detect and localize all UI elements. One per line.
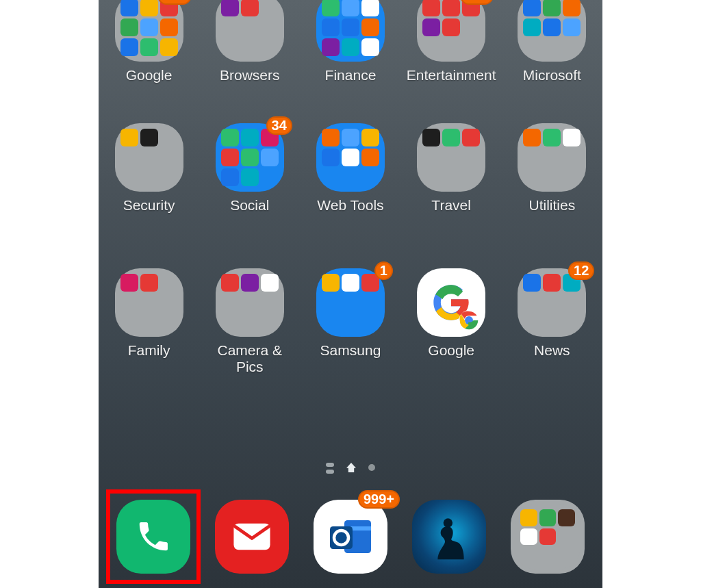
folder-social[interactable]: 34 Social	[202, 123, 298, 214]
mini-app-icon	[120, 294, 138, 311]
mini-app-icon	[520, 547, 537, 564]
mini-app-icon	[322, 129, 340, 146]
mini-app-icon	[140, 129, 158, 146]
mini-app-icon	[120, 168, 138, 186]
dock-reader[interactable]	[412, 500, 486, 574]
dock-slot-outlook: 999+	[303, 489, 398, 584]
folder-icon	[216, 0, 284, 62]
folder-news[interactable]: 12 News	[504, 268, 600, 375]
mini-app-icon	[563, 294, 581, 311]
folder-finance[interactable]: Finance	[303, 0, 398, 84]
folder-icon: 257	[417, 0, 485, 62]
mini-app-icon	[221, 149, 239, 166]
mini-app-icon	[342, 294, 359, 311]
dock-slot-folder	[500, 489, 595, 584]
mini-app-icon	[543, 18, 561, 36]
mini-app-icon	[342, 18, 359, 36]
folder-security[interactable]: Security	[101, 123, 197, 214]
folder-google[interactable]: 245 Google	[101, 0, 197, 84]
mini-app-icon	[361, 129, 379, 146]
mini-app-icon	[563, 129, 581, 146]
folder-icon: 12	[518, 268, 586, 337]
mini-app-icon	[261, 18, 279, 36]
mini-app-icon	[523, 294, 541, 311]
mini-app-icon	[422, 149, 440, 166]
folder-travel[interactable]: Travel	[403, 123, 499, 214]
mini-app-icon	[442, 38, 460, 56]
app-row-1: Security 34 Social Web Tools Travel Util…	[99, 123, 602, 214]
mini-app-icon	[543, 129, 561, 146]
folder-family[interactable]: Family	[101, 268, 197, 375]
folder-browsers[interactable]: Browsers	[202, 0, 298, 84]
google-app-icon	[417, 268, 485, 337]
mini-app-icon	[523, 18, 541, 36]
mini-app-icon	[160, 294, 178, 311]
mini-app-icon	[342, 149, 359, 166]
mini-app-icon	[160, 129, 178, 146]
folder-icon	[515, 504, 581, 570]
app-google[interactable]: Google	[403, 268, 499, 375]
mini-app-icon	[558, 509, 575, 526]
folder-webtools[interactable]: Web Tools	[303, 123, 398, 214]
mini-app-icon	[558, 528, 575, 546]
badge: 999+	[358, 490, 400, 509]
mini-app-icon	[160, 274, 178, 292]
mini-app-icon	[221, 18, 239, 36]
mini-app-icon	[120, 0, 138, 16]
folder-label: Browsers	[220, 67, 280, 84]
mini-app-icon	[241, 149, 259, 166]
mini-app-icon	[361, 149, 379, 166]
dock-mail[interactable]	[215, 500, 289, 574]
mini-app-icon	[442, 18, 460, 36]
folder-icon: 245	[115, 0, 183, 62]
mini-app-icon	[241, 0, 259, 16]
folder-label: Travel	[431, 197, 471, 214]
mini-app-icon	[221, 168, 239, 186]
mini-app-icon	[342, 0, 359, 16]
folder-label: Samsung	[320, 342, 381, 359]
page-indicator[interactable]	[99, 461, 602, 474]
mini-app-icon	[523, 274, 541, 292]
mini-app-icon	[140, 18, 158, 36]
folder-icon	[115, 123, 183, 192]
folder-icon	[115, 268, 183, 337]
mini-app-icon	[221, 0, 239, 16]
dock-phone[interactable]	[116, 500, 190, 574]
folder-utilities[interactable]: Utilities	[504, 123, 600, 214]
dock-slot-reader	[402, 489, 496, 584]
folder-icon	[518, 123, 586, 192]
dock-outlook[interactable]: 999+	[314, 500, 387, 574]
mini-app-icon	[221, 38, 239, 56]
home-indicator-icon	[346, 463, 356, 472]
outlook-icon	[326, 512, 375, 561]
folder-entertainment[interactable]: 257 Entertainment	[403, 0, 499, 84]
mini-app-icon	[221, 274, 239, 292]
mini-app-icon	[322, 294, 340, 311]
mini-app-icon	[241, 38, 259, 56]
mini-app-icon	[563, 38, 581, 56]
mini-app-icon	[523, 168, 541, 186]
app-grid: 245 Google Browsers Finance 257 Entertai…	[99, 0, 602, 376]
mini-app-icon	[261, 0, 279, 16]
folder-camera[interactable]: Camera & Pics	[202, 268, 298, 375]
mini-app-icon	[322, 0, 340, 16]
mini-app-icon	[342, 314, 359, 331]
mail-icon	[232, 522, 272, 552]
mini-app-icon	[140, 168, 158, 186]
mini-app-icon	[442, 149, 460, 166]
mini-app-icon	[422, 129, 440, 146]
folder-icon	[316, 123, 385, 192]
dock-folder[interactable]	[511, 500, 585, 574]
mini-app-icon	[120, 38, 138, 56]
folder-microsoft[interactable]: Microsoft	[504, 0, 600, 84]
mini-app-icon	[261, 149, 279, 166]
folder-label: Web Tools	[317, 197, 383, 214]
folder-samsung[interactable]: 1 Samsung	[303, 268, 398, 375]
mini-app-icon	[140, 274, 158, 292]
mini-app-icon	[241, 18, 259, 36]
app-drawer-screen: 245 Google Browsers Finance 257 Entertai…	[99, 0, 602, 588]
folder-icon	[216, 268, 284, 337]
mini-app-icon	[221, 314, 239, 331]
mini-app-icon	[160, 168, 178, 186]
mini-app-icon	[120, 274, 138, 292]
